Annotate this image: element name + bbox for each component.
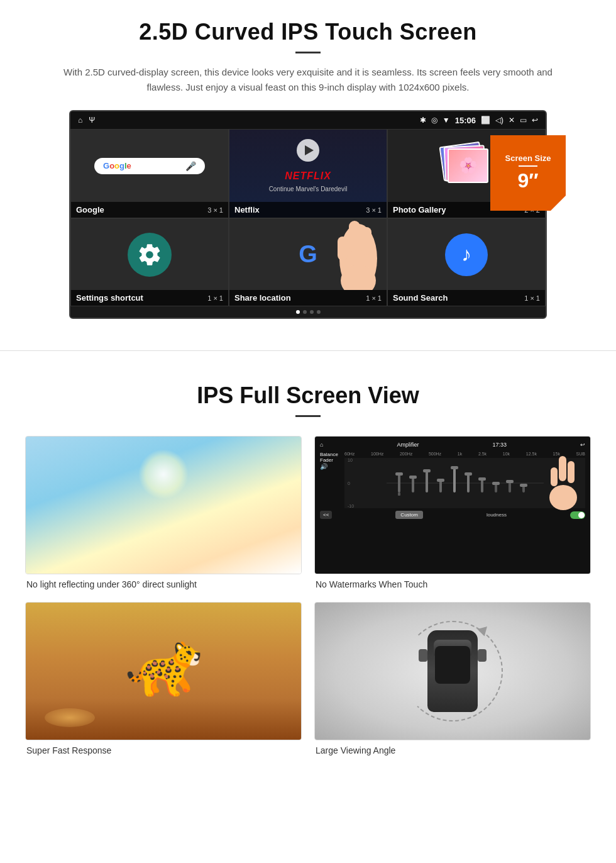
badge-underline [519,165,537,167]
car-top-view [427,630,478,712]
mic-icon[interactable]: 🎤 [185,161,196,171]
svg-rect-23 [478,477,486,481]
section1-description: With 2.5D curved-display screen, this de… [50,65,566,95]
feature-watermark: ⌂ Amplifier 17:33 ↩ Balance Fader 🔊 [314,436,591,589]
settings-app-name: Settings shortcut [76,293,143,303]
pointing-hand-icon [327,219,387,290]
svg-rect-7 [398,493,400,496]
settings-icon-wrap [128,233,172,277]
camera-icon[interactable]: ⬜ [481,116,490,125]
svg-rect-8 [412,477,414,493]
app-cell-settings[interactable]: Settings shortcut 1 × 1 [70,218,229,306]
section1-title: 2.5D Curved IPS Touch Screen [38,19,578,45]
cheetah-image: 🐆 [26,603,301,740]
dots-indicator [70,306,546,318]
dot-4 [317,310,321,314]
svg-rect-6 [398,474,400,493]
badge-size: 9″ [517,169,538,192]
google-footer: Google 3 × 1 [71,202,228,218]
cheetah-icon: 🐆 [124,626,203,701]
dot-1 [296,310,300,314]
google-search-bar[interactable]: Google 🎤 [94,158,205,174]
dust-cloud [45,708,95,727]
svg-rect-25 [506,480,514,483]
app-cell-netflix[interactable]: NETFLIX Continue Marvel's Daredevil Netf… [229,129,387,218]
feature-cheetah: 🐆 Super Fast Response [25,602,302,755]
app-cell-google[interactable]: Google 🎤 Google 3 × 1 [70,129,229,218]
home-icon[interactable]: ⌂ [78,116,82,125]
car-mirror-left [419,649,427,662]
svg-rect-2 [361,227,371,255]
svg-rect-22 [465,472,472,476]
netflix-app-name: Netflix [234,205,260,214]
app-grid-row1: Google 🎤 Google 3 × 1 [70,129,546,218]
section-divider [0,350,616,351]
photo-stack: 🌸 [441,141,492,191]
feature-img-car [314,602,591,740]
svg-rect-3 [338,237,348,260]
clock: 15:06 [455,116,476,125]
feature-img-sunlight [25,436,302,574]
sound-app-size: 1 × 1 [524,294,540,302]
feature-grid: No light reflecting under 360° direct su… [25,436,591,755]
status-left: ⌂ Ψ [78,116,95,125]
section-ips: IPS Full Screen View No light reflecting… [0,370,616,774]
screen-size-badge: Screen Size 9″ [490,135,566,211]
feature-img-watermark: ⌂ Amplifier 17:33 ↩ Balance Fader 🔊 [314,436,591,574]
close-icon[interactable]: ✕ [509,116,515,125]
location-icon: ◎ [431,116,437,125]
dot-3 [310,310,314,314]
google-logo: Google [103,161,131,170]
volume-icon[interactable]: ◁) [495,116,503,125]
svg-rect-12 [467,474,470,493]
title-underline [295,52,321,53]
android-screen[interactable]: ⌂ Ψ ✱ ◎ ▼ 15:06 ⬜ ◁) ✕ ▭ ↩ [69,110,547,319]
window-icon[interactable]: ▭ [520,116,527,125]
settings-footer: Settings shortcut 1 × 1 [71,290,228,306]
share-footer: Share location 1 × 1 [229,290,387,306]
settings-app-size: 1 × 1 [207,294,223,302]
netflix-play-button[interactable] [297,139,319,162]
sunlight-image [26,437,301,574]
amp-back: ↩ [580,442,585,448]
section-curved-screen: 2.5D Curved IPS Touch Screen With 2.5D c… [0,0,616,331]
feature-caption-car: Large Viewing Angle [314,745,591,755]
eq-chart [387,461,544,505]
back-icon[interactable]: ↩ [532,116,538,125]
feature-sunlight: No light reflecting under 360° direct su… [25,436,302,589]
netflix-app-size: 3 × 1 [366,206,382,214]
svg-rect-28 [568,461,575,483]
app-cell-share[interactable]: G Share location [229,218,387,306]
amp-title: Amplifier [397,442,419,448]
netflix-subtitle: Continue Marvel's Daredevil [269,186,348,192]
car-roof [435,646,470,684]
svg-rect-29 [551,467,558,486]
svg-rect-19 [423,469,431,472]
section2-title: IPS Full Screen View [25,382,591,409]
svg-rect-1 [349,221,360,252]
amp-time: 17:33 [492,442,507,448]
badge-title: Screen Size [505,153,551,163]
section2-underline [295,415,321,417]
amp-hand-icon [541,455,585,511]
feature-img-cheetah: 🐆 [25,602,302,740]
feature-caption-watermark: No Watermarks When Touch [314,579,591,589]
car-image [315,603,590,740]
feature-car: Large Viewing Angle [314,602,591,755]
netflix-footer: Netflix 3 × 1 [229,202,387,218]
car-mirror-right [478,649,487,662]
sunlight-glow [138,449,189,499]
sound-app-name: Sound Search [393,293,448,303]
share-app-name: Share location [234,293,291,303]
amp-header: ⌂ Amplifier 17:33 ↩ [320,442,585,448]
app-cell-sound[interactable]: ♪ Sound Search 1 × 1 [387,218,546,306]
play-triangle-icon [305,145,314,155]
svg-rect-21 [451,466,458,469]
netflix-logo: NETFLIX [285,170,331,182]
car-body [427,630,478,712]
screen-wrapper: Screen Size 9″ ⌂ Ψ ✱ ◎ ▼ 15:06 ⬜ ◁) ✕ [69,110,547,319]
svg-rect-24 [492,482,500,485]
sound-icon: ♪ [445,233,488,276]
feature-caption-cheetah: Super Fast Response [25,745,302,755]
svg-rect-11 [453,467,456,493]
